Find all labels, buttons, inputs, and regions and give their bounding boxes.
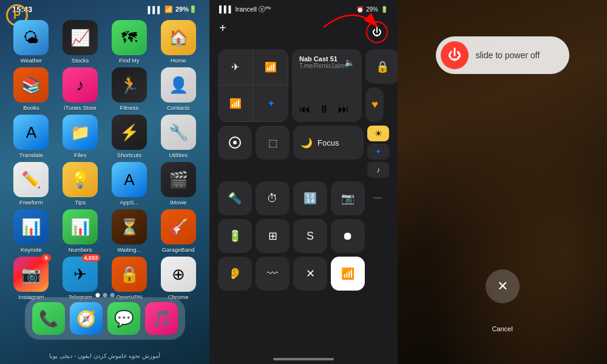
- screen-rotation-lock[interactable]: 🔒: [365, 49, 398, 84]
- shazam-tile[interactable]: S: [293, 219, 327, 253]
- badge-telegram: 4,033: [82, 254, 101, 261]
- status-bar: 15:43 ▌▌▌ 📶 29%🔋: [0, 0, 209, 16]
- app-icon-weather[interactable]: 🌤Weather: [8, 20, 54, 64]
- app-label-imovie: iMovie: [170, 199, 186, 206]
- app-icon-garageband[interactable]: 🎸GarageBand: [155, 209, 201, 253]
- battery-tile[interactable]: 🔋: [218, 219, 252, 253]
- app-icon-freeform[interactable]: ✏️Freeform: [8, 162, 54, 206]
- power-off-screen: ⏻ slide to power off ✕ Cancel: [398, 0, 607, 364]
- rewind-button[interactable]: ⏮: [299, 103, 310, 116]
- app-grid: 🌤Weather📈Stocks🗺Find My🏠Home📚Books♪iTune…: [0, 18, 209, 303]
- app-label-shortcuts: Shortcuts: [117, 152, 141, 158]
- dock-app-phone[interactable]: 📞: [32, 302, 65, 335]
- app-icon-numbers[interactable]: 📊Numbers: [58, 209, 103, 253]
- dot-3: [110, 293, 114, 297]
- dock-app-safari[interactable]: 🧭: [70, 302, 103, 335]
- volume-icon: 🔈: [344, 58, 354, 67]
- app-icon-imovie[interactable]: 🎬iMovie: [155, 162, 201, 206]
- app-icon-tips[interactable]: 💡Tips: [58, 162, 103, 206]
- cc-row-5: 👂 〰 ✕ 📶: [218, 257, 389, 291]
- cc-grid: ✈ 📶 📶 ✦ Nab Cast 51 T.me/Remix1aim 🔈: [209, 46, 398, 294]
- cancel-icon: ✕: [497, 278, 508, 294]
- dock: 📞🧭💬🎵: [25, 297, 185, 340]
- cc-add-button[interactable]: +: [219, 21, 226, 43]
- app-icon-home[interactable]: 🏠Home: [155, 20, 201, 64]
- wifi-tile[interactable]: 📶: [331, 257, 365, 291]
- bluetooth-toggle[interactable]: ✦: [253, 86, 288, 122]
- soundwave-tile[interactable]: 〰: [256, 257, 290, 291]
- focus-tile[interactable]: 🌙 Focus: [293, 126, 364, 160]
- app-icon-stocks[interactable]: 📈Stocks: [58, 20, 103, 64]
- app-icon-itunes-store[interactable]: ♪iTunes Store: [58, 67, 103, 111]
- control-center: ▌▌▌ Irancell ⓥᴾᴺ ⏰ 29% 🔋 + ⏻: [209, 0, 398, 364]
- app-label-stocks: Stocks: [72, 57, 89, 64]
- cc-carrier: ▌▌▌ Irancell ⓥᴾᴺ: [219, 5, 271, 14]
- screen-lock-tile[interactable]: [218, 126, 252, 160]
- record-tile[interactable]: ⏺: [331, 219, 365, 253]
- app-icon-fitness[interactable]: 🏃Fitness: [107, 67, 152, 111]
- app-icon-translate[interactable]: ATranslate: [8, 115, 54, 158]
- flashlight-tile[interactable]: 🔦: [218, 181, 252, 215]
- dot-1: [95, 293, 100, 297]
- play-pause-button[interactable]: ⏸: [319, 103, 330, 116]
- right-small-col: 🔒 ♥: [365, 49, 398, 122]
- app-icon-waiting[interactable]: ⏳Waiting...: [107, 209, 152, 253]
- screen-mirror-tile[interactable]: ⬚: [256, 126, 290, 160]
- wifi-toggle[interactable]: 📶: [218, 86, 253, 122]
- wifi-icon: 📶: [164, 5, 173, 13]
- app-icon-chrome[interactable]: ⊕Chrome: [155, 257, 201, 300]
- media-controls: ⏮ ⏸ ⏭: [299, 103, 354, 116]
- brightness-mini[interactable]: ☀: [367, 126, 389, 141]
- app-label-translate: Translate: [19, 152, 43, 158]
- qr-code-tile[interactable]: ⊞: [256, 219, 290, 253]
- app-label-files: Files: [74, 152, 86, 158]
- app-icon-contacts[interactable]: 👤Contacts: [155, 67, 201, 111]
- app-label-find-my: Find My: [119, 57, 140, 64]
- app-label-numbers: Numbers: [69, 246, 92, 253]
- app-icon-instagram[interactable]: 📷6Instagram: [8, 257, 54, 300]
- music-mini[interactable]: ♪: [367, 162, 389, 178]
- timer-tile[interactable]: ⏱: [256, 181, 290, 215]
- calculator-tile[interactable]: 🔢: [293, 181, 327, 215]
- iphone-home-screen: P 15:43 ▌▌▌ 📶 29%🔋 🌤Weather📈Stocks🗺Find …: [0, 0, 209, 364]
- media-title: Nab Cast 51: [299, 55, 344, 62]
- cancel-button[interactable]: ✕: [486, 269, 520, 303]
- app-icon-keynote[interactable]: 📊Keynote: [8, 209, 54, 253]
- dock-app-messages[interactable]: 💬: [107, 302, 140, 335]
- heart-button[interactable]: ♥: [365, 87, 384, 122]
- now-playing-tile[interactable]: Nab Cast 51 T.me/Remix1aim 🔈 ⏮ ⏸ ⏭: [292, 49, 362, 122]
- signal-icon: ▌▌▌: [148, 6, 162, 13]
- app-icon-find-my[interactable]: 🗺Find My: [107, 20, 152, 64]
- app-label-tips: Tips: [75, 199, 86, 206]
- bottom-text: آموزش نحوه خاموش کردن ایفون - دیجی یو‌یا: [0, 352, 209, 359]
- cellular-data[interactable]: 📶: [253, 49, 288, 86]
- app-label-itunes-store: iTunes Store: [64, 104, 97, 111]
- airplay-tile[interactable]: ✕: [293, 257, 327, 291]
- svg-point-2: [233, 141, 237, 144]
- app-label-contacts: Contacts: [167, 104, 190, 111]
- app-icon-app-store[interactable]: AAppS...: [107, 162, 152, 206]
- connectivity-group[interactable]: ✈ 📶 📶 ✦: [218, 49, 288, 122]
- airplane-mode[interactable]: ✈: [218, 49, 253, 86]
- cc-row-3: 🔦 ⏱ 🔢 📷 〰: [218, 181, 389, 215]
- power-button[interactable]: ⏻: [366, 21, 388, 43]
- bluetooth-mini[interactable]: ✦: [367, 144, 389, 160]
- power-button-container: ⏻: [366, 21, 388, 43]
- media-subtitle: T.me/Remix1aim: [299, 62, 344, 69]
- hearing-tile[interactable]: 👂: [218, 257, 252, 291]
- cc-home-bar: [273, 358, 334, 360]
- slide-to-power-off-slider[interactable]: ⏻ slide to power off: [436, 36, 569, 74]
- cc-row-4: 🔋 ⊞ S ⏺: [218, 219, 389, 253]
- status-right: ▌▌▌ 📶 29%🔋: [148, 5, 197, 13]
- camera-tile[interactable]: 📷: [331, 181, 365, 215]
- app-icon-utilities[interactable]: 🔧Utilities: [155, 115, 201, 158]
- app-icon-shortcuts[interactable]: ⚡Shortcuts: [107, 115, 152, 158]
- app-label-fitness: Fitness: [120, 104, 139, 111]
- app-icon-files[interactable]: 📁Files: [58, 115, 103, 158]
- fast-forward-button[interactable]: ⏭: [338, 103, 349, 116]
- cancel-label: Cancel: [492, 325, 512, 332]
- signal-waves-icon: 〰: [368, 181, 387, 215]
- app-icon-books[interactable]: 📚Books: [8, 67, 54, 111]
- dock-app-music[interactable]: 🎵: [145, 302, 178, 335]
- battery-display: 29%🔋: [175, 5, 197, 13]
